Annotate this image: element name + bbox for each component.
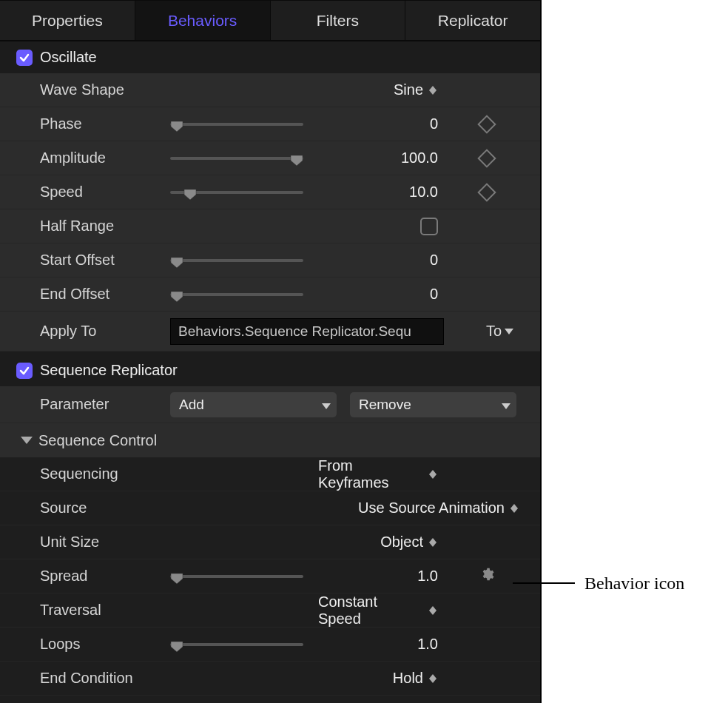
wave-shape-label: Wave Shape — [0, 81, 170, 98]
parameter-label: Parameter — [0, 396, 170, 413]
behavior-gear-icon[interactable] — [479, 567, 494, 585]
row-end-offset: End Offset 0 — [0, 278, 540, 312]
svg-marker-2 — [171, 121, 183, 132]
amplitude-keyframe-icon[interactable] — [477, 149, 496, 167]
sequence-replicator-title: Sequence Replicator — [40, 362, 178, 379]
row-spread: Spread 1.0 — [0, 559, 540, 593]
chevron-down-icon — [502, 397, 510, 413]
start-offset-slider[interactable] — [170, 253, 303, 268]
spread-label: Spread — [0, 568, 170, 585]
phase-keyframe-icon[interactable] — [477, 115, 496, 133]
row-start-offset: Start Offset 0 — [0, 243, 540, 278]
speed-value[interactable]: 10.0 — [409, 184, 438, 201]
start-offset-value[interactable]: 0 — [430, 252, 438, 269]
loops-slider[interactable] — [170, 637, 303, 652]
oscillate-enable-checkbox[interactable] — [16, 50, 33, 66]
row-source: Source Use Source Animation — [0, 491, 540, 525]
half-range-checkbox[interactable] — [420, 218, 438, 235]
row-traversal: Traversal Constant Speed — [0, 593, 540, 628]
source-label: Source — [0, 500, 170, 517]
parameter-add-dropdown[interactable]: Add — [170, 392, 337, 417]
oscillate-header: Oscillate — [0, 41, 540, 73]
half-range-label: Half Range — [0, 218, 170, 235]
sequencing-label: Sequencing — [0, 465, 170, 482]
svg-marker-3 — [291, 155, 303, 166]
phase-label: Phase — [0, 115, 170, 132]
oscillate-title: Oscillate — [40, 49, 97, 66]
tab-properties[interactable]: Properties — [0, 0, 135, 40]
end-offset-slider[interactable] — [170, 287, 303, 302]
unit-size-label: Unit Size — [0, 534, 170, 551]
row-apply-to: Apply To Behaviors.Sequence Replicator.S… — [0, 312, 540, 352]
row-amplitude: Amplitude 100.0 — [0, 141, 540, 175]
svg-marker-21 — [429, 679, 437, 683]
spread-value[interactable]: 1.0 — [417, 568, 438, 585]
amplitude-label: Amplitude — [0, 149, 170, 166]
callout-label: Behavior icon — [584, 574, 684, 593]
stepper-icon — [428, 470, 439, 479]
svg-marker-5 — [171, 258, 183, 268]
phase-slider[interactable] — [170, 117, 303, 132]
svg-marker-8 — [322, 403, 331, 409]
svg-marker-16 — [171, 574, 183, 584]
svg-marker-9 — [502, 403, 510, 409]
stepper-icon — [428, 674, 438, 683]
speed-keyframe-icon[interactable] — [477, 183, 496, 201]
amplitude-slider[interactable] — [170, 151, 303, 166]
row-half-range: Half Range — [0, 209, 540, 243]
stepper-icon — [428, 538, 438, 547]
amplitude-value[interactable]: 100.0 — [401, 149, 438, 166]
speed-slider[interactable] — [170, 185, 303, 200]
stepper-icon — [428, 86, 438, 95]
source-popup[interactable]: Use Source Animation — [358, 500, 519, 517]
tabs-bar: Properties Behaviors Filters Replicator — [0, 0, 540, 41]
row-unit-size: Unit Size Object — [0, 525, 540, 559]
start-offset-label: Start Offset — [0, 252, 170, 269]
svg-marker-6 — [171, 292, 183, 302]
tab-filters[interactable]: Filters — [271, 0, 406, 40]
traversal-label: Traversal — [0, 602, 170, 619]
row-speed: Speed 10.0 — [0, 175, 540, 209]
svg-marker-1 — [429, 90, 437, 95]
row-phase: Phase 0 — [0, 107, 540, 141]
row-end-condition: End Condition Hold — [0, 662, 540, 696]
chevron-down-icon — [505, 329, 513, 334]
callout-line — [513, 582, 575, 584]
parameter-remove-dropdown[interactable]: Remove — [350, 392, 516, 417]
apply-to-to-button[interactable]: To — [486, 323, 513, 340]
loops-label: Loops — [0, 636, 170, 653]
row-wave-shape: Wave Shape Sine — [0, 73, 540, 107]
end-offset-label: End Offset — [0, 286, 170, 303]
svg-marker-7 — [505, 329, 513, 334]
svg-marker-11 — [429, 474, 437, 479]
stepper-icon — [509, 504, 519, 513]
end-condition-label: End Condition — [0, 670, 170, 687]
chevron-down-icon — [322, 397, 331, 413]
traversal-popup[interactable]: Constant Speed — [318, 593, 438, 628]
tab-replicator[interactable]: Replicator — [405, 0, 540, 40]
svg-marker-19 — [171, 642, 183, 652]
speed-label: Speed — [0, 184, 170, 201]
spread-slider[interactable] — [170, 569, 303, 584]
loops-value[interactable]: 1.0 — [417, 636, 438, 653]
row-sequencing: Sequencing From Keyframes — [0, 457, 540, 491]
disclosure-triangle-icon — [21, 437, 33, 444]
unit-size-popup[interactable]: Object — [380, 534, 438, 551]
end-condition-popup[interactable]: Hold — [393, 670, 438, 687]
svg-marker-18 — [429, 610, 437, 615]
row-loops: Loops 1.0 — [0, 628, 540, 662]
sequence-replicator-enable-checkbox[interactable] — [16, 363, 33, 379]
sequencing-popup[interactable]: From Keyframes — [318, 457, 438, 491]
sequence-replicator-header: Sequence Replicator — [0, 352, 540, 386]
svg-marker-13 — [510, 508, 518, 513]
row-parameter: Parameter Add Remove — [0, 386, 540, 423]
svg-marker-4 — [184, 189, 196, 200]
phase-value[interactable]: 0 — [430, 115, 438, 132]
apply-to-label: Apply To — [0, 323, 170, 340]
apply-to-field[interactable]: Behaviors.Sequence Replicator.Sequ — [170, 318, 444, 345]
end-offset-value[interactable]: 0 — [430, 286, 438, 303]
svg-marker-15 — [429, 542, 437, 547]
wave-shape-popup[interactable]: Sine — [394, 81, 438, 98]
tab-behaviors[interactable]: Behaviors — [135, 0, 271, 40]
sequence-control-disclosure[interactable]: Sequence Control — [0, 423, 540, 457]
